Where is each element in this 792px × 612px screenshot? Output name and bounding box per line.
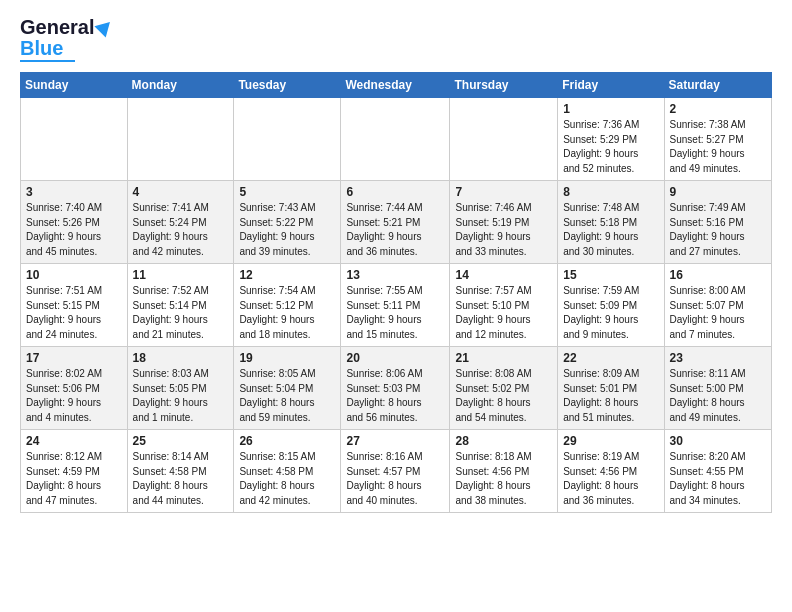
day-number: 16 [670,268,766,282]
day-cell: 25Sunrise: 8:14 AM Sunset: 4:58 PM Dayli… [127,430,234,513]
day-number: 23 [670,351,766,365]
day-cell: 9Sunrise: 7:49 AM Sunset: 5:16 PM Daylig… [664,181,771,264]
day-info: Sunrise: 8:09 AM Sunset: 5:01 PM Dayligh… [563,367,658,425]
day-cell: 11Sunrise: 7:52 AM Sunset: 5:14 PM Dayli… [127,264,234,347]
day-info: Sunrise: 8:19 AM Sunset: 4:56 PM Dayligh… [563,450,658,508]
day-cell [450,98,558,181]
day-cell: 23Sunrise: 8:11 AM Sunset: 5:00 PM Dayli… [664,347,771,430]
day-cell: 27Sunrise: 8:16 AM Sunset: 4:57 PM Dayli… [341,430,450,513]
weekday-header-wednesday: Wednesday [341,73,450,98]
day-cell [21,98,128,181]
weekday-header-saturday: Saturday [664,73,771,98]
weekday-header-friday: Friday [558,73,664,98]
day-number: 18 [133,351,229,365]
day-info: Sunrise: 7:54 AM Sunset: 5:12 PM Dayligh… [239,284,335,342]
day-number: 6 [346,185,444,199]
day-cell: 21Sunrise: 8:08 AM Sunset: 5:02 PM Dayli… [450,347,558,430]
day-number: 4 [133,185,229,199]
day-cell: 1Sunrise: 7:36 AM Sunset: 5:29 PM Daylig… [558,98,664,181]
day-info: Sunrise: 7:43 AM Sunset: 5:22 PM Dayligh… [239,201,335,259]
day-number: 25 [133,434,229,448]
day-cell: 3Sunrise: 7:40 AM Sunset: 5:26 PM Daylig… [21,181,128,264]
day-info: Sunrise: 7:38 AM Sunset: 5:27 PM Dayligh… [670,118,766,176]
day-cell: 6Sunrise: 7:44 AM Sunset: 5:21 PM Daylig… [341,181,450,264]
page: GeneralBlue SundayMondayTuesdayWednesday… [0,0,792,529]
day-info: Sunrise: 7:55 AM Sunset: 5:11 PM Dayligh… [346,284,444,342]
day-info: Sunrise: 8:00 AM Sunset: 5:07 PM Dayligh… [670,284,766,342]
week-row-1: 1Sunrise: 7:36 AM Sunset: 5:29 PM Daylig… [21,98,772,181]
day-info: Sunrise: 8:20 AM Sunset: 4:55 PM Dayligh… [670,450,766,508]
day-number: 15 [563,268,658,282]
day-info: Sunrise: 7:48 AM Sunset: 5:18 PM Dayligh… [563,201,658,259]
day-info: Sunrise: 8:06 AM Sunset: 5:03 PM Dayligh… [346,367,444,425]
day-cell: 4Sunrise: 7:41 AM Sunset: 5:24 PM Daylig… [127,181,234,264]
day-number: 5 [239,185,335,199]
day-number: 30 [670,434,766,448]
logo-line2: Blue [20,38,63,58]
day-cell: 16Sunrise: 8:00 AM Sunset: 5:07 PM Dayli… [664,264,771,347]
day-cell: 12Sunrise: 7:54 AM Sunset: 5:12 PM Dayli… [234,264,341,347]
day-cell: 2Sunrise: 7:38 AM Sunset: 5:27 PM Daylig… [664,98,771,181]
day-number: 21 [455,351,552,365]
day-info: Sunrise: 7:51 AM Sunset: 5:15 PM Dayligh… [26,284,122,342]
header: GeneralBlue [20,16,772,62]
day-cell [234,98,341,181]
day-cell: 29Sunrise: 8:19 AM Sunset: 4:56 PM Dayli… [558,430,664,513]
weekday-header-monday: Monday [127,73,234,98]
day-info: Sunrise: 8:02 AM Sunset: 5:06 PM Dayligh… [26,367,122,425]
logo: GeneralBlue [20,16,113,62]
calendar-table: SundayMondayTuesdayWednesdayThursdayFrid… [20,72,772,513]
day-number: 26 [239,434,335,448]
logo-underline [20,60,75,62]
day-number: 24 [26,434,122,448]
day-info: Sunrise: 8:14 AM Sunset: 4:58 PM Dayligh… [133,450,229,508]
day-info: Sunrise: 7:36 AM Sunset: 5:29 PM Dayligh… [563,118,658,176]
weekday-header-thursday: Thursday [450,73,558,98]
day-number: 1 [563,102,658,116]
day-cell: 17Sunrise: 8:02 AM Sunset: 5:06 PM Dayli… [21,347,128,430]
day-number: 9 [670,185,766,199]
day-number: 8 [563,185,658,199]
day-cell: 18Sunrise: 8:03 AM Sunset: 5:05 PM Dayli… [127,347,234,430]
day-cell: 13Sunrise: 7:55 AM Sunset: 5:11 PM Dayli… [341,264,450,347]
day-number: 2 [670,102,766,116]
day-info: Sunrise: 7:44 AM Sunset: 5:21 PM Dayligh… [346,201,444,259]
day-cell [127,98,234,181]
day-cell: 22Sunrise: 8:09 AM Sunset: 5:01 PM Dayli… [558,347,664,430]
day-info: Sunrise: 7:49 AM Sunset: 5:16 PM Dayligh… [670,201,766,259]
week-row-2: 3Sunrise: 7:40 AM Sunset: 5:26 PM Daylig… [21,181,772,264]
day-number: 27 [346,434,444,448]
day-number: 28 [455,434,552,448]
day-info: Sunrise: 7:40 AM Sunset: 5:26 PM Dayligh… [26,201,122,259]
day-number: 11 [133,268,229,282]
day-number: 17 [26,351,122,365]
day-info: Sunrise: 8:05 AM Sunset: 5:04 PM Dayligh… [239,367,335,425]
day-number: 14 [455,268,552,282]
day-info: Sunrise: 7:52 AM Sunset: 5:14 PM Dayligh… [133,284,229,342]
week-row-3: 10Sunrise: 7:51 AM Sunset: 5:15 PM Dayli… [21,264,772,347]
day-info: Sunrise: 8:18 AM Sunset: 4:56 PM Dayligh… [455,450,552,508]
day-info: Sunrise: 8:12 AM Sunset: 4:59 PM Dayligh… [26,450,122,508]
day-info: Sunrise: 7:41 AM Sunset: 5:24 PM Dayligh… [133,201,229,259]
day-cell [341,98,450,181]
day-cell: 26Sunrise: 8:15 AM Sunset: 4:58 PM Dayli… [234,430,341,513]
day-number: 29 [563,434,658,448]
day-cell: 28Sunrise: 8:18 AM Sunset: 4:56 PM Dayli… [450,430,558,513]
weekday-header-sunday: Sunday [21,73,128,98]
day-number: 3 [26,185,122,199]
week-row-5: 24Sunrise: 8:12 AM Sunset: 4:59 PM Dayli… [21,430,772,513]
day-info: Sunrise: 7:46 AM Sunset: 5:19 PM Dayligh… [455,201,552,259]
day-number: 19 [239,351,335,365]
day-cell: 15Sunrise: 7:59 AM Sunset: 5:09 PM Dayli… [558,264,664,347]
day-info: Sunrise: 7:59 AM Sunset: 5:09 PM Dayligh… [563,284,658,342]
day-cell: 20Sunrise: 8:06 AM Sunset: 5:03 PM Dayli… [341,347,450,430]
weekday-header-row: SundayMondayTuesdayWednesdayThursdayFrid… [21,73,772,98]
day-cell: 10Sunrise: 7:51 AM Sunset: 5:15 PM Dayli… [21,264,128,347]
day-info: Sunrise: 8:03 AM Sunset: 5:05 PM Dayligh… [133,367,229,425]
week-row-4: 17Sunrise: 8:02 AM Sunset: 5:06 PM Dayli… [21,347,772,430]
day-cell: 7Sunrise: 7:46 AM Sunset: 5:19 PM Daylig… [450,181,558,264]
day-cell: 14Sunrise: 7:57 AM Sunset: 5:10 PM Dayli… [450,264,558,347]
day-info: Sunrise: 8:08 AM Sunset: 5:02 PM Dayligh… [455,367,552,425]
day-info: Sunrise: 8:11 AM Sunset: 5:00 PM Dayligh… [670,367,766,425]
day-info: Sunrise: 8:15 AM Sunset: 4:58 PM Dayligh… [239,450,335,508]
